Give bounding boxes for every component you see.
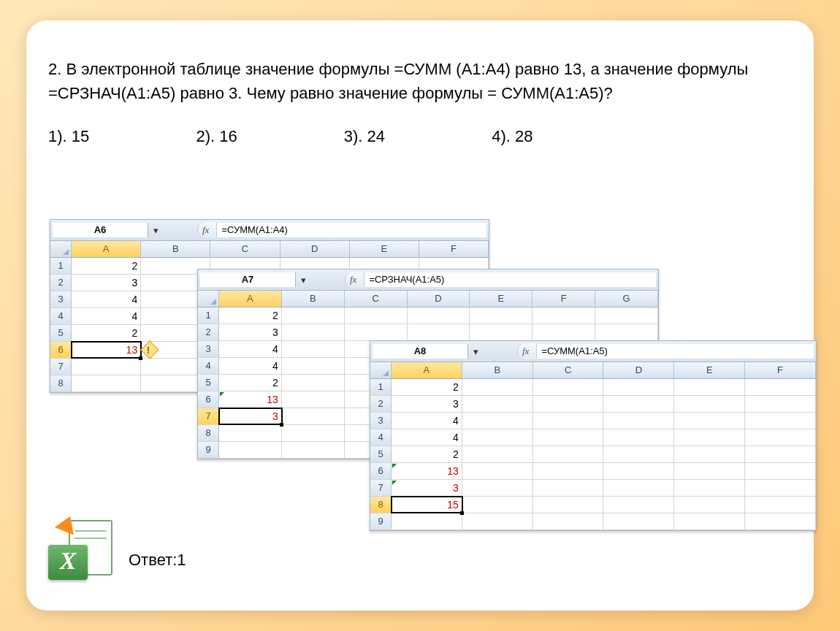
- col-header-B[interactable]: B: [462, 362, 533, 378]
- row-header[interactable]: 1: [198, 307, 219, 324]
- row-header[interactable]: 5: [370, 446, 392, 462]
- row-header[interactable]: 6: [50, 342, 72, 358]
- row-header[interactable]: 2: [198, 324, 219, 340]
- row-header[interactable]: 9: [198, 442, 219, 458]
- formula-bar: A8 ▾ fx =СУММ(A1:A5): [370, 341, 816, 362]
- col-header-E[interactable]: E: [350, 241, 419, 257]
- option-4: 4). 28: [492, 127, 532, 146]
- question-text: 2. В электронной таблице значение формул…: [48, 57, 792, 105]
- row-header[interactable]: 5: [198, 375, 219, 391]
- col-header-F[interactable]: F: [419, 241, 489, 257]
- answer-options: 1). 15 2). 16 3). 24 4). 28: [48, 127, 792, 146]
- fx-button[interactable]: fx: [197, 222, 216, 238]
- col-header-G[interactable]: G: [595, 291, 658, 307]
- col-header-C[interactable]: C: [533, 362, 604, 378]
- select-all-corner[interactable]: [50, 241, 72, 257]
- formula-input[interactable]: =СУММ(A1:A4): [216, 223, 486, 237]
- row-header[interactable]: 1: [370, 379, 392, 395]
- row-header[interactable]: 3: [50, 291, 72, 307]
- row-header[interactable]: 2: [50, 275, 72, 291]
- excel-screenshot-3: A8 ▾ fx =СУММ(A1:A5) A B C D E F 12 23 3…: [370, 340, 817, 531]
- answer-label: Ответ:1: [129, 551, 186, 570]
- cell[interactable]: 4: [72, 291, 141, 307]
- fx-icon: fx: [350, 274, 356, 286]
- col-header-A[interactable]: A: [219, 291, 282, 307]
- col-header-F[interactable]: F: [532, 291, 595, 307]
- name-box[interactable]: A6: [53, 223, 148, 237]
- col-header-E[interactable]: E: [470, 291, 532, 307]
- slide-card: 2. В электронной таблице значение формул…: [26, 20, 814, 611]
- formula-marker-icon: [220, 392, 224, 397]
- row-header[interactable]: 3: [198, 341, 219, 357]
- col-header-A[interactable]: A: [72, 241, 141, 257]
- cell-selected[interactable]: 3: [219, 408, 282, 424]
- row-header[interactable]: 8: [50, 375, 72, 391]
- name-box[interactable]: A8: [373, 344, 468, 359]
- row-header[interactable]: 7: [370, 480, 392, 496]
- col-header-D[interactable]: D: [280, 241, 350, 257]
- formula-marker-icon: [392, 481, 397, 485]
- cell[interactable]: 2: [72, 258, 141, 274]
- col-header-A[interactable]: A: [392, 362, 462, 378]
- cell[interactable]: 4: [72, 308, 141, 324]
- row-header[interactable]: 7: [198, 408, 219, 424]
- row-header[interactable]: 2: [370, 396, 392, 412]
- cell[interactable]: 3: [72, 275, 141, 291]
- col-header-D[interactable]: D: [603, 362, 674, 378]
- col-header-C[interactable]: C: [345, 291, 408, 307]
- formula-marker-icon: [392, 464, 397, 468]
- row-header[interactable]: 9: [370, 513, 392, 529]
- option-2: 2). 16: [196, 127, 237, 146]
- formula-bar: A7 ▾ fx =СРЗНАЧ(A1:A5): [198, 269, 658, 291]
- cell[interactable]: 2: [72, 325, 141, 341]
- row-header[interactable]: 8: [198, 425, 219, 441]
- dropdown-icon[interactable]: ▾: [298, 275, 308, 286]
- fx-button[interactable]: fx: [517, 343, 536, 359]
- column-headers: A B C D E F G: [198, 291, 658, 307]
- row-header[interactable]: 4: [198, 358, 219, 374]
- dropdown-icon[interactable]: ▾: [150, 225, 161, 236]
- row-header[interactable]: 6: [198, 391, 219, 408]
- col-header-B[interactable]: B: [282, 291, 345, 307]
- formula-bar: A6 ▾ fx =СУММ(A1:A4): [50, 220, 489, 241]
- col-header-B[interactable]: B: [141, 241, 210, 257]
- column-headers: A B C D E F: [370, 362, 816, 379]
- dropdown-icon[interactable]: ▾: [470, 346, 481, 357]
- option-3: 3). 24: [344, 127, 385, 146]
- fx-icon: fx: [522, 345, 529, 357]
- row-header[interactable]: 1: [50, 258, 72, 274]
- fx-button[interactable]: fx: [345, 272, 364, 288]
- cell-selected[interactable]: 15: [392, 497, 462, 513]
- cell-selected[interactable]: 13: [72, 342, 141, 358]
- formula-input[interactable]: =СРЗНАЧ(A1:A5): [364, 272, 656, 287]
- col-header-E[interactable]: E: [674, 362, 745, 378]
- col-header-F[interactable]: F: [745, 362, 816, 378]
- fx-icon: fx: [202, 224, 209, 236]
- select-all-corner[interactable]: [198, 291, 219, 307]
- name-box[interactable]: A7: [200, 272, 296, 287]
- row-header[interactable]: 3: [370, 413, 392, 429]
- row-header[interactable]: 7: [50, 359, 72, 375]
- excel-logo-icon: X: [48, 516, 112, 580]
- col-header-D[interactable]: D: [408, 291, 470, 307]
- col-header-C[interactable]: C: [210, 241, 280, 257]
- row-header[interactable]: 6: [370, 463, 392, 479]
- row-header[interactable]: 5: [50, 325, 72, 341]
- formula-input[interactable]: =СУММ(A1:A5): [536, 344, 814, 359]
- option-1: 1). 15: [48, 127, 89, 146]
- row-header[interactable]: 4: [50, 308, 72, 324]
- column-headers: A B C D E F: [50, 241, 489, 258]
- select-all-corner[interactable]: [370, 362, 392, 378]
- row-header[interactable]: 8: [370, 497, 392, 513]
- row-header[interactable]: 4: [370, 429, 392, 445]
